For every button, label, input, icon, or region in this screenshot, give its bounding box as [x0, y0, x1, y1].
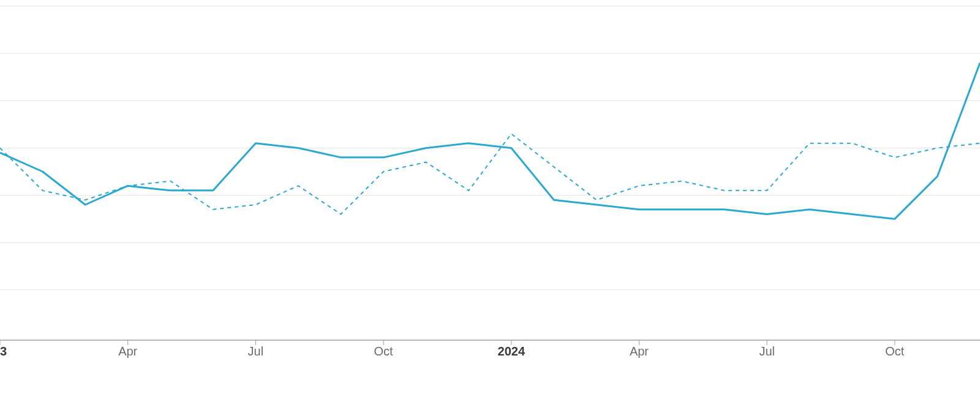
x-tick-label: Oct [374, 344, 394, 358]
x-tick-label: 23 [0, 344, 7, 358]
x-tick-label: 2024 [498, 344, 526, 358]
x-tick-label: Apr [630, 344, 649, 358]
x-tick-label: Apr [118, 344, 137, 358]
x-tick-label: Jul [759, 344, 775, 358]
chart-svg: 23AprJulOct2024AprJulOct [0, 0, 980, 399]
line-chart: 23AprJulOct2024AprJulOct [0, 0, 980, 399]
x-tick-label: Oct [885, 344, 905, 358]
x-tick-label: Jul [248, 344, 264, 358]
